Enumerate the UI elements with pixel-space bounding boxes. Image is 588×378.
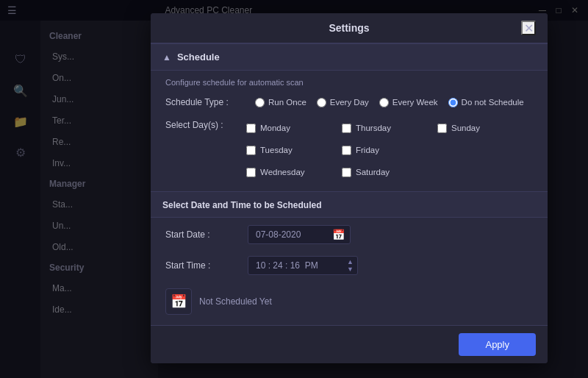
day-sunday-checkbox[interactable] bbox=[437, 124, 447, 133]
radio-do-not-schedule-label: Do not Schedule bbox=[462, 98, 524, 107]
radio-every-week-input[interactable] bbox=[379, 98, 389, 107]
day-wednesday-checkbox[interactable] bbox=[246, 168, 256, 177]
time-down-arrow[interactable]: ▼ bbox=[347, 266, 354, 273]
datetime-section-title: Select Date and Time to be Scheduled bbox=[162, 200, 322, 210]
select-days-row: Select Day(s) : Monday Thursday Sunday bbox=[151, 113, 548, 191]
modal-title: Settings bbox=[177, 22, 521, 34]
start-date-input[interactable] bbox=[248, 225, 351, 244]
datetime-section-header: Select Date and Time to be Scheduled bbox=[151, 191, 548, 218]
calendar-x-icon: 📅 bbox=[171, 293, 187, 310]
day-monday[interactable]: Monday bbox=[246, 118, 342, 138]
schedule-section-header: ▲ Schedule bbox=[151, 43, 548, 71]
radio-do-not-schedule[interactable]: Do not Schedule bbox=[448, 98, 524, 107]
date-input-wrapper: 📅 bbox=[248, 225, 351, 244]
radio-do-not-schedule-input[interactable] bbox=[448, 98, 458, 107]
radio-every-day-label: Every Day bbox=[330, 98, 369, 107]
not-scheduled-icon: 📅 bbox=[165, 288, 192, 315]
day-tuesday[interactable]: Tuesday bbox=[246, 140, 342, 160]
day-thursday[interactable]: Thursday bbox=[342, 118, 437, 138]
schedule-section-title: Schedule bbox=[177, 51, 220, 63]
radio-every-day-input[interactable] bbox=[317, 98, 326, 107]
time-up-arrow[interactable]: ▲ bbox=[347, 259, 354, 265]
radio-every-week-label: Every Week bbox=[392, 98, 438, 107]
day-monday-checkbox[interactable] bbox=[246, 124, 256, 133]
settings-modal: Settings ✕ ▲ Schedule Configure schedule… bbox=[151, 13, 548, 363]
day-monday-label: Monday bbox=[260, 124, 290, 132]
radio-run-once[interactable]: Run Once bbox=[255, 98, 306, 107]
days-grid: Monday Thursday Sunday Tuesday Frid bbox=[246, 118, 533, 182]
day-thursday-checkbox[interactable] bbox=[342, 124, 351, 133]
modal-body: ▲ Schedule Configure schedule for automa… bbox=[151, 43, 548, 325]
time-input-wrapper: ▲ ▼ bbox=[248, 256, 358, 275]
day-saturday-checkbox[interactable] bbox=[342, 168, 351, 177]
config-note: Configure schedule for automatic scan bbox=[151, 71, 548, 91]
day-friday-checkbox[interactable] bbox=[342, 146, 351, 155]
modal-header: Settings ✕ bbox=[151, 13, 548, 43]
radio-every-day[interactable]: Every Day bbox=[317, 98, 369, 107]
not-scheduled-text: Not Scheduled Yet bbox=[199, 296, 272, 307]
schedule-type-label: Schedule Type : bbox=[165, 97, 246, 107]
day-friday[interactable]: Friday bbox=[342, 140, 437, 160]
day-sunday[interactable]: Sunday bbox=[437, 118, 533, 138]
day-tuesday-label: Tuesday bbox=[260, 146, 293, 154]
select-days-label: Select Day(s) : bbox=[165, 118, 246, 130]
not-scheduled-section: 📅 Not Scheduled Yet bbox=[151, 281, 548, 325]
apply-button[interactable]: Apply bbox=[459, 333, 536, 356]
schedule-type-row: Schedule Type : Run Once Every Day Every… bbox=[151, 91, 548, 113]
day-tuesday-checkbox[interactable] bbox=[246, 146, 256, 155]
day-thursday-label: Thursday bbox=[356, 124, 391, 132]
day-friday-label: Friday bbox=[356, 146, 379, 154]
radio-run-once-label: Run Once bbox=[268, 98, 306, 107]
day-saturday-label: Saturday bbox=[356, 168, 390, 176]
radio-every-week[interactable]: Every Week bbox=[379, 98, 438, 107]
day-wednesday[interactable]: Wednesday bbox=[246, 162, 342, 182]
start-time-input[interactable] bbox=[248, 256, 358, 275]
day-saturday[interactable]: Saturday bbox=[342, 162, 437, 182]
day-wednesday-label: Wednesday bbox=[260, 168, 305, 176]
day-sunday-label: Sunday bbox=[451, 124, 480, 132]
schedule-type-radio-group: Run Once Every Day Every Week Do not Sch… bbox=[255, 98, 524, 107]
section-collapse-icon[interactable]: ▲ bbox=[162, 52, 171, 63]
time-spinners: ▲ ▼ bbox=[347, 259, 354, 273]
radio-run-once-input[interactable] bbox=[255, 98, 265, 107]
start-date-label: Start Date : bbox=[165, 229, 239, 240]
modal-footer: Apply bbox=[151, 325, 548, 363]
start-time-row: Start Time : ▲ ▼ bbox=[151, 250, 548, 281]
start-date-row: Start Date : 📅 bbox=[151, 219, 548, 250]
start-time-label: Start Time : bbox=[165, 260, 239, 271]
modal-close-button[interactable]: ✕ bbox=[521, 21, 536, 35]
